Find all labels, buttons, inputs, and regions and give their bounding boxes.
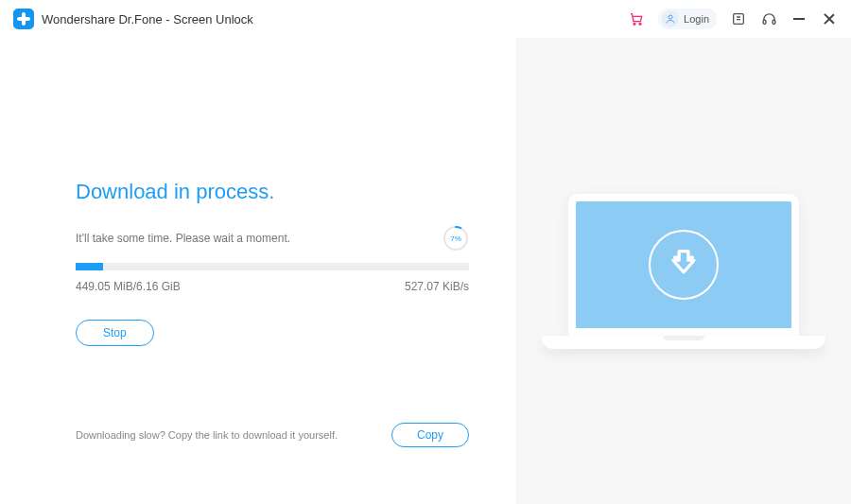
cart-icon[interactable] <box>628 10 645 27</box>
svg-rect-4 <box>763 20 766 24</box>
progress-percent-circle: 7% <box>443 225 469 252</box>
main-panel: Download in process. It'll take some tim… <box>0 38 516 504</box>
close-button[interactable] <box>821 10 838 27</box>
login-label: Login <box>684 13 709 25</box>
svg-point-2 <box>669 15 672 19</box>
download-arrow-icon <box>649 230 719 300</box>
progress-percent-label: 7% <box>443 225 469 252</box>
progress-subtitle: It'll take some time. Please wait a mome… <box>76 232 290 245</box>
download-size: 449.05 MiB/6.16 GiB <box>76 280 181 293</box>
svg-point-1 <box>639 23 641 25</box>
support-icon[interactable] <box>760 10 777 27</box>
download-speed: 527.07 KiB/s <box>405 280 469 293</box>
content: Download in process. It'll take some tim… <box>0 38 851 504</box>
slow-download-hint: Downloading slow? Copy the link to downl… <box>76 429 338 441</box>
progress-bar <box>76 263 469 270</box>
titlebar: Wondershare Dr.Fone - Screen Unlock Logi… <box>0 0 851 38</box>
stop-button[interactable]: Stop <box>76 320 154 346</box>
page-heading: Download in process. <box>76 180 469 204</box>
svg-point-0 <box>634 23 635 25</box>
app-title: Wondershare Dr.Fone - Screen Unlock <box>42 12 253 26</box>
user-icon <box>662 10 679 27</box>
svg-rect-5 <box>773 20 775 24</box>
login-button[interactable]: Login <box>658 9 717 29</box>
illustration-panel <box>516 38 851 504</box>
feedback-icon[interactable] <box>730 10 747 27</box>
app-logo <box>13 9 34 29</box>
minimize-button[interactable] <box>790 10 808 27</box>
copy-link-button[interactable]: Copy <box>391 423 469 447</box>
laptop-illustration <box>542 194 825 349</box>
progress-fill <box>76 263 103 270</box>
